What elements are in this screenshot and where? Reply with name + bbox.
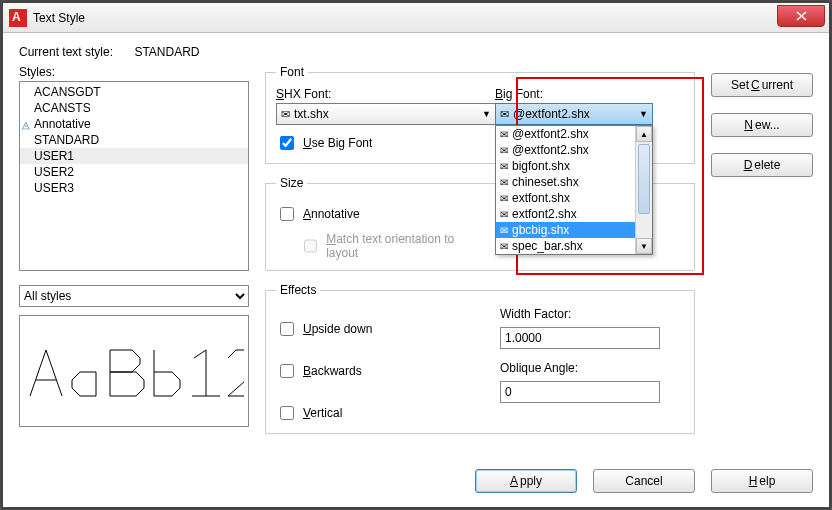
oblique-angle-label: O: [500, 361, 509, 375]
big-font-option[interactable]: ✉extfont.shx: [496, 190, 652, 206]
big-font-option[interactable]: ✉extfont2.shx: [496, 206, 652, 222]
shx-font-label: SHX Font:: [276, 87, 331, 101]
dropdown-scrollbar[interactable]: ▲ ▼: [635, 126, 652, 254]
current-value: STANDARD: [134, 45, 199, 59]
big-font-option[interactable]: ✉@extfont2.shx: [496, 142, 652, 158]
oblique-angle-input[interactable]: [500, 381, 660, 403]
style-item[interactable]: ACANSGDT: [20, 84, 248, 100]
style-item[interactable]: STANDARD: [20, 132, 248, 148]
big-font-option[interactable]: ✉chineset.shx: [496, 174, 652, 190]
backwards-checkbox[interactable]: Backwards: [276, 361, 460, 381]
effects-group: Effects Upside down Backwards: [265, 283, 695, 434]
font-legend: Font: [276, 65, 308, 79]
big-font-label: Big Font:: [495, 87, 543, 101]
big-font-dropdown[interactable]: ✉@extfont2.shx✉@extfont2.shx✉bigfont.shx…: [495, 125, 653, 255]
big-font-combo[interactable]: ✉ @extfont2.shx ▼ ✉@extfont2.shx✉@extfon…: [495, 103, 653, 125]
size-legend: Size: [276, 176, 307, 190]
style-item-label: ACANSTS: [34, 101, 91, 115]
big-font-option-label: @extfont2.shx: [512, 127, 589, 141]
scroll-up-icon[interactable]: ▲: [636, 126, 652, 142]
style-item-label: Annotative: [34, 117, 91, 131]
width-factor-input[interactable]: [500, 327, 660, 349]
cancel-button[interactable]: Cancel: [593, 469, 695, 493]
match-orientation-checkbox: Match text orientation to layout: [300, 232, 480, 260]
font-icon: ✉: [500, 177, 508, 188]
delete-button[interactable]: Delete: [711, 153, 813, 177]
dialog-footer: Apply Cancel Help: [3, 459, 829, 507]
style-item-label: USER1: [34, 149, 74, 163]
width-factor-label: W: [500, 307, 511, 321]
shx-font-value: txt.shx: [294, 107, 329, 121]
big-font-value: @extfont2.shx: [513, 107, 590, 121]
big-font-option-label: chineset.shx: [512, 175, 579, 189]
big-font-option-label: spec_bar.shx: [512, 239, 583, 253]
big-font-option[interactable]: ✉bigfont.shx: [496, 158, 652, 174]
font-icon: ✉: [500, 209, 508, 220]
font-icon: ✉: [500, 108, 509, 121]
annotative-icon: ◬: [22, 119, 32, 130]
help-button[interactable]: Help: [711, 469, 813, 493]
apply-button[interactable]: Apply: [475, 469, 577, 493]
scroll-down-icon[interactable]: ▼: [636, 238, 652, 254]
chevron-down-icon: ▼: [639, 109, 648, 119]
use-big-font-input[interactable]: [280, 136, 294, 150]
close-button[interactable]: [777, 5, 825, 27]
style-item-label: USER2: [34, 165, 74, 179]
match-orientation-input: [304, 239, 317, 253]
style-item-label: USER3: [34, 181, 74, 195]
style-item[interactable]: USER1: [20, 148, 248, 164]
set-current-button[interactable]: Set Current: [711, 73, 813, 97]
big-font-option[interactable]: ✉gbcbig.shx: [496, 222, 652, 238]
font-icon: ✉: [500, 241, 508, 252]
titlebar[interactable]: Text Style: [3, 3, 829, 33]
font-icon: ✉: [500, 161, 508, 172]
chevron-down-icon: ▼: [482, 109, 491, 119]
big-font-option[interactable]: ✉spec_bar.shx: [496, 238, 652, 254]
font-icon: ✉: [281, 108, 290, 121]
style-item[interactable]: USER2: [20, 164, 248, 180]
styles-listbox[interactable]: ACANSGDTACANSTS◬AnnotativeSTANDARDUSER1U…: [19, 81, 249, 271]
font-icon: ✉: [500, 145, 508, 156]
vertical-checkbox[interactable]: Vertical: [276, 403, 460, 423]
font-preview: [19, 315, 249, 427]
new-button[interactable]: New...: [711, 113, 813, 137]
style-item[interactable]: ACANSTS: [20, 100, 248, 116]
big-font-option-label: gbcbig.shx: [512, 223, 569, 237]
style-item[interactable]: ◬Annotative: [20, 116, 248, 132]
big-font-option-label: extfont2.shx: [512, 207, 577, 221]
shx-font-combo[interactable]: ✉ txt.shx ▼: [276, 103, 496, 125]
big-font-option-label: @extfont2.shx: [512, 143, 589, 157]
scroll-thumb[interactable]: [638, 144, 650, 214]
close-icon: [796, 11, 807, 21]
effects-legend: Effects: [276, 283, 320, 297]
annotative-input[interactable]: [280, 207, 294, 221]
window-title: Text Style: [33, 11, 777, 25]
font-icon: ✉: [500, 129, 508, 140]
big-font-option-label: bigfont.shx: [512, 159, 570, 173]
current-label: Current text style:: [19, 45, 113, 59]
font-icon: ✉: [500, 225, 508, 236]
style-item-label: ACANSGDT: [34, 85, 101, 99]
font-icon: ✉: [500, 193, 508, 204]
style-item[interactable]: USER3: [20, 180, 248, 196]
use-big-font-checkbox[interactable]: Use Big Font: [276, 133, 465, 153]
current-text-style-line: Current text style: STANDARD: [19, 45, 813, 59]
big-font-option[interactable]: ✉@extfont2.shx: [496, 126, 652, 142]
text-style-dialog: Text Style Current text style: STANDARD …: [2, 2, 830, 508]
app-icon: [9, 9, 27, 27]
style-item-label: STANDARD: [34, 133, 99, 147]
font-group: Font SHX Font: ✉ txt.shx ▼ Use Big F: [265, 65, 695, 164]
upside-down-checkbox[interactable]: Upside down: [276, 319, 460, 339]
styles-filter-select[interactable]: All styles: [19, 285, 249, 307]
big-font-option-label: extfont.shx: [512, 191, 570, 205]
styles-label: Styles:: [19, 65, 249, 79]
